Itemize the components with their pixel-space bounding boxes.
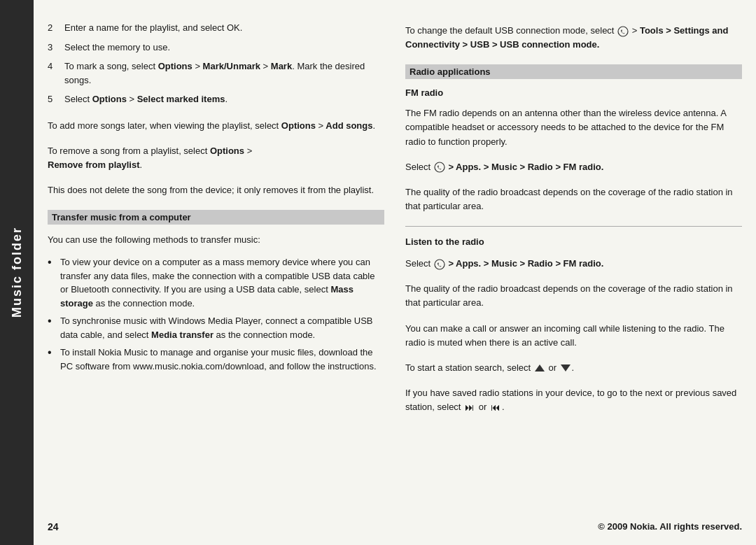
add-songs-label: Add songs	[323, 120, 372, 131]
remove-from-playlist-label: Remove from playlist	[48, 160, 140, 170]
main-content: 2 Enter a name for the playlist, and sel…	[34, 0, 756, 545]
options-remove: Options	[210, 146, 244, 156]
options-label-4: Options	[158, 61, 192, 71]
bullet-item-1: • To view your device on a computer as a…	[48, 255, 384, 310]
fm-radio-desc: The FM radio depends on an antenna other…	[405, 106, 742, 148]
listen-divider	[405, 226, 742, 227]
delete-note: This does not delete the song from the d…	[48, 183, 384, 197]
radio-section-header: Radio applications	[405, 64, 742, 79]
options-label-5: Options	[92, 94, 127, 104]
fm-radio-subheader: FM radio	[405, 87, 742, 98]
phone-icon	[617, 26, 629, 37]
mark-label: Mark	[271, 61, 292, 71]
mark-unmark-label: Mark/Unmark	[203, 61, 260, 71]
usb-para: To change the default USB connection mod…	[405, 24, 742, 52]
svg-point-2	[435, 260, 444, 269]
fm-select-apps-music: > Apps. > Music > Radio > FM radio.	[448, 162, 603, 172]
sidebar: Music folder	[0, 0, 34, 545]
triangle-down-icon	[561, 364, 570, 371]
skip-forward-icon: ⏭	[465, 400, 475, 416]
bullet-text-2: To synchronise music with Windows Media …	[60, 314, 384, 341]
skip-back-icon: ⏮	[491, 400, 500, 416]
item-text-2: Enter a name for the playlist, and selec…	[64, 21, 242, 35]
item-text-5: Select Options > Select marked items.	[64, 92, 227, 106]
call-para: You can make a call or answer an incomin…	[405, 322, 742, 350]
bullet-item-3: • To install Nokia Music to manage and o…	[48, 346, 384, 373]
phone-icon-radio	[434, 162, 445, 173]
item-num-4: 4	[48, 59, 59, 87]
listen-quality-para: The quality of the radio broadcast depen…	[405, 282, 742, 310]
listen-header: Listen to the radio	[405, 236, 742, 247]
fm-select-path: Select > Apps. > Music > Radio > FM radi…	[405, 160, 742, 174]
listen-select-path: Select > Apps. > Music > Radio > FM radi…	[405, 257, 742, 271]
bullet-dot-1: •	[48, 255, 55, 269]
fm-quality-para: The quality of the radio broadcast depen…	[405, 185, 742, 213]
svg-point-1	[435, 162, 444, 172]
item-num-3: 3	[48, 41, 59, 55]
numbered-item-3: 3 Select the memory to use.	[48, 41, 384, 55]
transfer-intro: You can use the following methods to tra…	[48, 233, 384, 247]
select-marked-label: Select marked items	[137, 94, 225, 104]
station-search-para: To start a station search, select or .	[405, 361, 742, 375]
add-songs-para: To add more songs later, when viewing th…	[48, 119, 384, 133]
left-column: 2 Enter a name for the playlist, and sel…	[48, 21, 384, 531]
item-text-3: Select the memory to use.	[64, 41, 170, 55]
bullet-text-1: To view your device on a computer as a m…	[60, 255, 384, 310]
usb-path-label: Tools > Settings and Connectivity > USB …	[405, 25, 728, 50]
bullet-dot-2: •	[48, 314, 55, 327]
bullet-item-2: • To synchronise music with Windows Medi…	[48, 314, 384, 341]
listen-select-apps-music: > Apps. > Music > Radio > FM radio.	[448, 258, 603, 269]
item-text-4: To mark a song, select Options > Mark/Un…	[64, 59, 384, 87]
mass-storage-label: Mass storage	[60, 284, 354, 309]
numbered-item-4: 4 To mark a song, select Options > Mark/…	[48, 59, 384, 87]
phone-icon-listen	[434, 259, 445, 270]
transfer-bullet-list: • To view your device on a computer as a…	[48, 255, 384, 373]
page-number: 24	[48, 521, 59, 532]
remove-song-para: To remove a song from a playlist, select…	[48, 144, 384, 172]
media-transfer-label: Media transfer	[151, 330, 214, 340]
triangle-up-icon	[535, 364, 545, 371]
svg-point-0	[618, 27, 628, 36]
copyright: © 2009 Nokia. All rights reserved.	[598, 521, 742, 532]
item-num-2: 2	[48, 21, 59, 35]
transfer-section-header: Transfer music from a computer	[48, 210, 384, 225]
numbered-item-5: 5 Select Options > Select marked items.	[48, 92, 384, 106]
bullet-dot-3: •	[48, 346, 55, 359]
options-add: Options	[281, 120, 316, 131]
numbered-item-2: 2 Enter a name for the playlist, and sel…	[48, 21, 384, 35]
sidebar-label: Music folder	[10, 227, 24, 318]
footer: 24 © 2009 Nokia. All rights reserved.	[34, 521, 756, 532]
saved-stations-para: If you have saved radio stations in your…	[405, 386, 742, 416]
item-num-5: 5	[48, 92, 59, 106]
right-column: To change the default USB connection mod…	[405, 21, 742, 531]
bullet-text-3: To install Nokia Music to manage and org…	[60, 346, 384, 373]
